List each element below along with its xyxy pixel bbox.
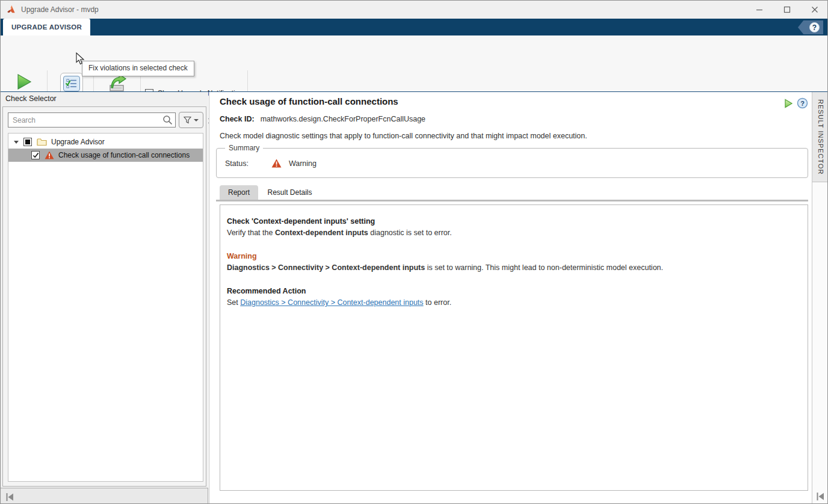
matlab-logo-icon: [7, 5, 16, 14]
result-inspector-tab[interactable]: RESULT INSPECTOR: [812, 92, 828, 182]
check-selector-title: Check Selector: [5, 94, 57, 103]
status-warning-icon: [271, 159, 282, 168]
maximize-icon: [783, 6, 791, 13]
collapse-left-panel-button[interactable]: [5, 493, 14, 502]
summary-group: Summary Status: Warning: [216, 148, 808, 178]
report-check-title: Check 'Context-dependent inputs' setting: [227, 216, 800, 227]
filter-dropdown-caret: [194, 119, 199, 121]
ribbon-tab-bar: UPGRADE ADVISOR ?: [1, 19, 828, 35]
left-panel-bottom-bar: [1, 488, 208, 504]
root-checkbox[interactable]: [23, 138, 32, 146]
minimize-button[interactable]: [746, 1, 773, 19]
indeterminate-mark: [25, 140, 30, 144]
warning-icon: [45, 151, 54, 159]
check-title: Check usage of function-call connections: [220, 96, 398, 106]
status-label: Status:: [225, 159, 249, 168]
tree-row-upgrade-advisor[interactable]: Upgrade Advisor: [8, 135, 203, 149]
fix-icon: [63, 76, 80, 91]
play-icon: [15, 73, 33, 91]
check-tree: Upgrade Advisor: [8, 133, 203, 482]
tab-report[interactable]: Report: [220, 185, 258, 200]
diagnostics-setting-link[interactable]: Diagnostics > Connectivity > Context-dep…: [240, 298, 423, 307]
tree-row-check-usage[interactable]: Check usage of function-call connections: [8, 149, 203, 162]
status-value: Warning: [289, 159, 317, 168]
child-checkbox[interactable]: [31, 151, 40, 159]
maximize-button[interactable]: [773, 1, 801, 19]
close-icon: [811, 6, 818, 13]
mouse-cursor: [76, 52, 85, 66]
filter-funnel-icon: [184, 116, 191, 124]
check-id-value: mathworks.design.CheckForProperFcnCallUs…: [261, 115, 425, 123]
question-icon: ?: [809, 22, 820, 32]
report-content: Check 'Context-dependent inputs' setting…: [220, 204, 808, 491]
report-action-title: Recommended Action: [227, 286, 800, 297]
check-selector-content: Upgrade Advisor: [2, 106, 206, 487]
tree-root-label: Upgrade Advisor: [51, 138, 105, 146]
search-icon: [162, 115, 173, 125]
tab-result-details[interactable]: Result Details: [258, 185, 321, 200]
expand-caret-icon[interactable]: [14, 141, 19, 144]
check-report-panel: Check usage of function-call connections…: [209, 92, 812, 504]
filter-button[interactable]: [179, 112, 203, 128]
check-help-button[interactable]: ?: [797, 97, 808, 109]
tab-upgrade-advisor[interactable]: UPGRADE ADVISOR: [3, 19, 90, 35]
collapse-right-panel-button[interactable]: [816, 492, 825, 501]
report-action-body: Set Diagnostics > Connectivity > Context…: [227, 297, 800, 309]
window-title: Upgrade Advisor - mvdp: [21, 1, 99, 19]
report-warning-body: Diagnostics > Connectivity > Context-dep…: [227, 262, 800, 274]
check-description: Check model diagnostic settings that app…: [220, 132, 587, 140]
minimize-icon: [756, 6, 763, 13]
report-warning-title: Warning: [227, 251, 800, 262]
report-check-body: Verify that the Context-dependent inputs…: [227, 227, 800, 239]
svg-text:?: ?: [800, 100, 805, 107]
result-inspector-label: RESULT INSPECTOR: [817, 99, 824, 174]
right-dock-strip: RESULT INSPECTOR: [812, 92, 828, 504]
search-input[interactable]: [8, 112, 176, 128]
help-button[interactable]: ?: [798, 20, 823, 34]
upgrade-advisor-window: Upgrade Advisor - mvdp UPGRADE ADVISOR ?: [0, 0, 828, 504]
tree-child-label: Check usage of function-call connections: [58, 151, 190, 159]
summary-legend: Summary: [225, 144, 263, 152]
close-button[interactable]: [801, 1, 828, 19]
check-id-label: Check ID:: [220, 115, 255, 123]
title-bar: Upgrade Advisor - mvdp: [1, 1, 828, 19]
check-selector-panel: Check Selector: [1, 92, 208, 488]
fix-tooltip: Fix violations in selected check: [82, 61, 194, 76]
tab-underline: [216, 200, 808, 201]
folder-icon: [37, 138, 47, 146]
check-id-row: Check ID:mathworks.design.CheckForProper…: [220, 115, 425, 123]
run-check-button[interactable]: [783, 98, 794, 109]
checkmark-icon: [32, 152, 39, 159]
